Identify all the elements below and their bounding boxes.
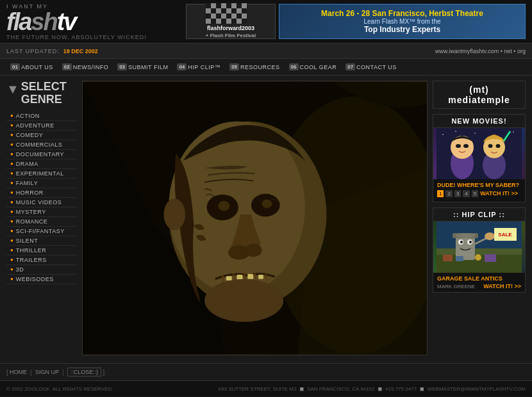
nav-label-resources: RESOURCES <box>240 64 280 70</box>
genre-trailers[interactable]: ●TRAILERS <box>6 255 77 265</box>
footer-bracket-close: ] <box>103 368 104 376</box>
media-temple-logo[interactable]: (mt) mediatemple <box>433 81 526 109</box>
svg-rect-55 <box>485 254 496 262</box>
nav-label-submit: SUBMIT FILM <box>128 64 168 70</box>
svg-point-19 <box>204 279 283 322</box>
nav-num-03: 03 <box>117 63 127 70</box>
svg-point-33 <box>488 144 493 148</box>
nav-label-about: ABOUT US <box>21 64 53 70</box>
movie-num-5[interactable]: 5 <box>472 190 478 197</box>
footer-home-link[interactable]: HOME <box>10 369 27 375</box>
svg-rect-17 <box>247 274 253 279</box>
footer-signup-link[interactable]: SIGN UP <box>35 369 59 375</box>
clip-watch-link[interactable]: WATCH IT! >> <box>483 283 521 289</box>
copyright-text: © 2002 ZOOLOOK. ALL RIGHTS RESERVED. <box>6 386 113 392</box>
svg-point-23 <box>455 131 456 132</box>
svg-point-49 <box>485 232 495 240</box>
movie-watch-link[interactable]: WATCH IT! >> <box>480 190 518 197</box>
svg-point-46 <box>460 241 463 243</box>
footer-close-button[interactable]: ::CLOSE::} <box>67 368 102 377</box>
genre-music-videos[interactable]: ●MUSIC VIDEOS <box>6 198 77 207</box>
nav-item-submit[interactable]: 03 SUBMIT FILM <box>113 62 172 72</box>
svg-rect-53 <box>456 256 463 261</box>
header: i want my flashtv THE FUTURE NOW, ABSOLU… <box>0 0 532 44</box>
footer-bar: [ HOME | SIGN UP | ::CLOSE::} ] <box>0 363 532 381</box>
video-area[interactable] <box>82 81 428 355</box>
genre-thriller[interactable]: ●THRILLER <box>6 246 77 255</box>
genre-3d[interactable]: ●3D <box>6 265 77 275</box>
genre-documentary[interactable]: ●DOCUMENTARY <box>6 150 77 159</box>
genre-adventure[interactable]: ●ADVENTURE <box>6 121 77 131</box>
nav-bar: 01 ABOUT US 02 NEWS/INFO 03 SUBMIT FILM … <box>0 59 532 76</box>
svg-point-54 <box>475 254 481 261</box>
nav-item-about[interactable]: 01 ABOUT US <box>6 62 57 72</box>
svg-point-43 <box>456 233 475 238</box>
movie-num-1[interactable]: 1 <box>437 190 444 197</box>
left-sidebar: ▼ SELECT GENRE ●ACTION ●ADVENTURE ●COMED… <box>6 81 77 355</box>
website-url: www.iwantmyflashtv.com • net • org <box>435 48 526 54</box>
svg-point-9 <box>245 244 262 257</box>
svg-point-22 <box>442 134 444 135</box>
movie-title: DUDE! WHERE'S MY SABER? <box>437 182 521 188</box>
nav-label-coolgear: COOL GEAR <box>300 64 337 70</box>
banner-dates: March 26 - 28 San Francisco, Herbst Thea… <box>321 9 483 18</box>
genre-label: GENRE <box>21 93 67 106</box>
genre-comedy[interactable]: ●COMEDY <box>6 131 77 140</box>
genre-webisodes[interactable]: ●WEBISODES <box>6 275 77 284</box>
genre-romance[interactable]: ●ROMANCE <box>6 217 77 227</box>
svg-rect-21 <box>436 128 522 179</box>
movie-num-4[interactable]: 4 <box>463 190 469 197</box>
genre-family[interactable]: ●FAMILY <box>6 179 77 188</box>
footer-bracket-open: [ <box>6 368 8 376</box>
main-content: ▼ SELECT GENRE ●ACTION ●ADVENTURE ●COMED… <box>0 76 532 361</box>
genre-scifi[interactable]: ●SCI-FI/FANTASY <box>6 227 77 236</box>
genre-horror[interactable]: ●HORROR <box>6 188 77 198</box>
movie-num-2[interactable]: 2 <box>445 190 452 197</box>
hip-clip-box: :: HIP CLIP :: <box>433 207 526 293</box>
movie-num-3[interactable]: 3 <box>454 190 461 197</box>
select-genre-title: ▼ SELECT GENRE <box>6 81 77 106</box>
banner-experts: Top Industry Experts <box>364 25 440 34</box>
svg-text:SALE: SALE <box>498 232 512 238</box>
right-sidebar: (mt) mediatemple NEW MOVIES! <box>433 81 526 355</box>
nav-label-news: NEWS/INFO <box>73 64 109 70</box>
genre-mystery[interactable]: ●MYSTERY <box>6 207 77 217</box>
ff-sub: + Flash Film Festival <box>206 33 256 39</box>
ff-banner-logo[interactable]: flashforward2003 + Flash Film Festival <box>186 4 276 39</box>
svg-point-29 <box>456 144 461 148</box>
media-temple-text: (mt) mediatemple <box>448 85 510 105</box>
nav-item-hipclip[interactable]: 04 HIP CLIP™ <box>173 62 224 72</box>
video-content <box>83 81 427 355</box>
svg-point-24 <box>474 133 476 134</box>
nav-num-05: 05 <box>229 63 239 70</box>
nav-item-resources[interactable]: 05 RESOURCES <box>226 62 283 72</box>
nav-item-news[interactable]: 02 NEWS/INFO <box>58 62 112 72</box>
movie-thumbnail[interactable] <box>433 128 525 179</box>
genre-experimental[interactable]: ●EXPERIMENTAL <box>6 169 77 179</box>
address-email: WEBMASTER@IWANTMYFLASHTV.COM <box>428 386 526 392</box>
svg-point-7 <box>262 199 272 207</box>
logo-area: i want my flashtv THE FUTURE NOW, ABSOLU… <box>6 3 186 40</box>
genre-silent[interactable]: ●SILENT <box>6 236 77 246</box>
hip-clip-header: :: HIP CLIP :: <box>433 208 525 222</box>
nav-num-06: 06 <box>289 63 299 70</box>
movie-info: DUDE! WHERE'S MY SABER? 1 2 3 4 5 WATCH … <box>433 179 525 202</box>
svg-point-47 <box>469 241 472 243</box>
nav-item-contact[interactable]: 07 CONTACT US <box>342 62 401 72</box>
genre-action[interactable]: ●ACTION <box>6 111 77 121</box>
logo-main: flashtv <box>6 10 186 34</box>
last-updated-date: 19 DEC 2002 <box>63 48 98 54</box>
genre-drama[interactable]: ●DRAMA <box>6 159 77 169</box>
bottom-footer: © 2002 ZOOLOOK. ALL RIGHTS RESERVED. 693… <box>0 381 532 396</box>
address-city: SAN FRANCISCO, CA 94102 <box>307 386 374 392</box>
nav-item-coolgear[interactable]: 06 COOL GEAR <box>285 62 341 72</box>
new-movies-box: NEW MOVIES! <box>433 114 526 202</box>
banner-area: flashforward2003 + Flash Film Festival M… <box>186 4 526 39</box>
nav-label-contact: CONTACT US <box>356 64 397 70</box>
last-updated-bar: LAST UPDATED: 19 DEC 2002 www.iwantmyfla… <box>0 44 532 59</box>
flash-banner[interactable]: March 26 - 28 San Francisco, Herbst Thea… <box>279 4 526 39</box>
genre-commercials[interactable]: ●COMMERCIALS <box>6 140 77 150</box>
hip-clip-thumbnail[interactable]: SALE <box>433 222 525 273</box>
banner-learn: Learn Flash MX™ from the <box>363 18 440 25</box>
select-arrow: ▼ <box>6 82 19 96</box>
